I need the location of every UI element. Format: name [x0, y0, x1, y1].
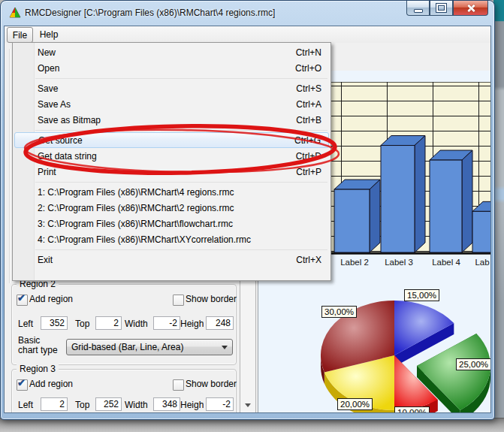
region3-show-border-checkbox[interactable]: ✔ — [173, 379, 184, 391]
minimize-button[interactable] — [406, 1, 430, 16]
check-icon: ✔ — [17, 377, 26, 388]
window-controls — [406, 1, 488, 16]
shortcut: Ctrl+G — [294, 135, 321, 146]
region3-top-input[interactable] — [95, 397, 122, 411]
app-window: RMCDesigner [C:\Program Files (x86)\RMCh… — [0, 0, 495, 420]
client-area: File Help Region 2 ✔ Add region ✔ Show b… — [4, 26, 491, 413]
region2-add-region-checkbox[interactable]: ✔ — [17, 295, 28, 306]
basic-chart-type-label-1: Basic — [18, 335, 40, 346]
menu-separator — [35, 77, 327, 79]
menu-help[interactable]: Help — [35, 27, 62, 41]
region3-height-input[interactable] — [206, 397, 234, 411]
shortcut: Ctrl+D — [296, 151, 321, 162]
region2-add-region-label: Add region — [29, 294, 73, 304]
pie-label-15: 15,00% — [404, 289, 439, 301]
region2-show-border-checkbox[interactable]: ✔ — [173, 295, 184, 306]
region3-add-region-label: Add region — [29, 379, 73, 389]
menu-item-recent-2[interactable]: 2: C:\Program Files (x86)\RMChart\2 regi… — [13, 200, 330, 216]
region3-width-input[interactable] — [153, 397, 180, 411]
basic-chart-type-label-2: chart type — [18, 345, 58, 355]
menu-item-recent-1[interactable]: 1: C:\Program Files (x86)\RMChart\4 regi… — [13, 184, 330, 200]
shortcut: Ctrl+B — [296, 115, 321, 125]
shortcut: Ctrl+N — [296, 47, 321, 58]
check-icon: ✔ — [17, 292, 26, 304]
menu-item-recent-3[interactable]: 3: C:\Program Files (x86)\RMChart\flowch… — [13, 216, 330, 231]
region2-groupbox: Region 2 ✔ Add region ✔ Show border Left… — [11, 284, 237, 365]
close-button[interactable] — [453, 1, 488, 16]
shortcut: Ctrl+S — [296, 83, 321, 94]
app-logo-icon — [9, 7, 21, 19]
window-title: RMCDesigner [C:\Program Files (x86)\RMCh… — [25, 8, 275, 18]
region2-width-input[interactable] — [153, 316, 180, 330]
region3-width-label: Width — [125, 400, 148, 410]
svg-text:Label 2: Label 2 — [340, 258, 369, 267]
region3-height-label: Height — [180, 400, 204, 410]
region3-add-region-checkbox[interactable]: ✔ — [17, 379, 28, 391]
region2-height-input[interactable] — [206, 316, 234, 330]
region3-left-label: Left — [18, 400, 33, 410]
region3-show-border-label: Show border — [186, 379, 237, 389]
menu-item-save-as[interactable]: Save AsCtrl+A — [13, 96, 330, 112]
region3-groupbox: Region 3 ✔ Add region ✔ Show border Left… — [11, 369, 237, 413]
dropdown-arrow-icon — [222, 346, 228, 349]
region2-show-border-label: Show border — [186, 294, 237, 304]
shortcut: Ctrl+X — [296, 255, 321, 265]
region3-top-label: Top — [75, 400, 89, 410]
maximize-button[interactable] — [430, 1, 453, 16]
menu-separator — [35, 180, 327, 183]
shortcut: Ctrl+A — [296, 99, 321, 110]
menu-item-save[interactable]: SaveCtrl+S — [13, 80, 330, 96]
menu-item-exit[interactable]: ExitCtrl+X — [13, 252, 330, 267]
pie-label-10: 10,00% — [394, 406, 430, 412]
pie-label-25: 25,00% — [456, 358, 490, 370]
pie-label-30: 30,00% — [321, 306, 357, 318]
chart-type-dropdown[interactable]: Grid-based (Bar, Line, Area) — [66, 339, 233, 355]
menu-separator — [35, 128, 327, 131]
menu-item-save-as-bitmap[interactable]: Save as BitmapCtrl+B — [13, 112, 330, 128]
arrow-down-icon — [245, 403, 251, 407]
menu-bar: File Help — [5, 26, 490, 43]
pie-label-20: 20,00% — [337, 398, 373, 410]
groupbox-edge-sliver — [9, 49, 10, 283]
region2-top-input[interactable] — [95, 316, 122, 330]
scrollbar-down-button[interactable] — [240, 399, 255, 411]
svg-text:Lab: Lab — [475, 258, 489, 267]
maximize-icon — [436, 4, 446, 12]
titlebar[interactable]: RMCDesigner [C:\Program Files (x86)\RMCh… — [1, 1, 494, 26]
region2-left-input[interactable] — [41, 316, 68, 330]
region2-width-label: Width — [125, 319, 148, 329]
menu-file[interactable]: File — [7, 27, 33, 43]
menu-item-recent-4[interactable]: 4: C:\Program Files (x86)\RMChart\XYcorr… — [13, 231, 330, 247]
minimize-icon — [414, 9, 423, 13]
close-icon — [466, 4, 475, 13]
svg-text:Label 4: Label 4 — [432, 258, 460, 267]
menu-item-get-data-string[interactable]: Get data stringCtrl+D — [13, 148, 330, 164]
region2-height-label: Height — [180, 319, 204, 329]
chart-type-value: Grid-based (Bar, Line, Area) — [71, 342, 183, 352]
desktop-background-strip — [493, 0, 504, 432]
region3-left-input[interactable] — [41, 397, 68, 411]
menu-item-get-source[interactable]: Get sourceCtrl+G — [14, 132, 329, 148]
file-menu-dropdown: NewCtrl+N OpenCtrl+O SaveCtrl+S Save AsC… — [12, 42, 331, 281]
shortcut: Ctrl+P — [296, 167, 321, 177]
menu-item-print[interactable]: PrintCtrl+P — [13, 164, 330, 180]
shortcut: Ctrl+O — [295, 63, 321, 74]
svg-text:Label 3: Label 3 — [385, 258, 413, 267]
menu-item-open[interactable]: OpenCtrl+O — [13, 60, 330, 76]
region2-top-label: Top — [75, 319, 89, 329]
region2-left-label: Left — [18, 319, 33, 329]
menu-item-new[interactable]: NewCtrl+N — [13, 44, 330, 60]
region3-title: Region 3 — [17, 364, 59, 374]
menu-separator — [35, 248, 327, 250]
